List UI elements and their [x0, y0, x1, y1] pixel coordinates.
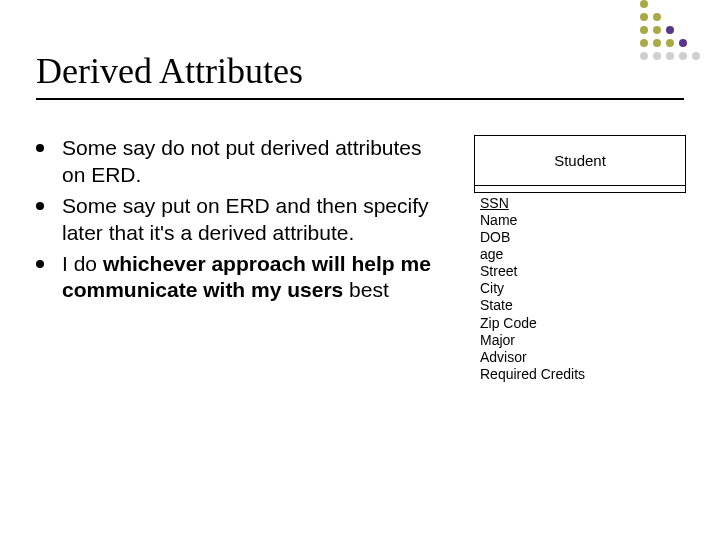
deco-dot [666, 39, 674, 47]
deco-dot [640, 26, 648, 34]
deco-dot [653, 39, 661, 47]
dot-col [692, 0, 700, 60]
entity-divider [475, 185, 685, 192]
deco-dot [679, 39, 687, 47]
slide-title: Derived Attributes [36, 50, 684, 100]
bullet-item: I do whichever approach will help me com… [36, 251, 450, 305]
bullet-text: Some say put on ERD and then specify lat… [62, 193, 450, 247]
deco-dot [653, 13, 661, 21]
entity-box: Student [474, 135, 686, 193]
entity-attributes: SSN NameDOBageStreetCityStateZip CodeMaj… [474, 193, 684, 383]
deco-dot [692, 52, 700, 60]
entity-attribute: Required Credits [480, 366, 684, 383]
bullet-marker-icon [36, 260, 44, 268]
entity-attribute: Name [480, 212, 684, 229]
entity-primary-key: SSN [480, 195, 684, 212]
entity-attribute: Advisor [480, 349, 684, 366]
entity-diagram: Student SSN NameDOBageStreetCityStateZip… [474, 135, 684, 383]
entity-attribute: Zip Code [480, 315, 684, 332]
entity-attribute: State [480, 297, 684, 314]
deco-dot [666, 26, 674, 34]
bullet-marker-icon [36, 202, 44, 210]
bullet-item: Some say do not put derived attributes o… [36, 135, 450, 189]
deco-dot [640, 13, 648, 21]
bullet-marker-icon [36, 144, 44, 152]
entity-attribute: Major [480, 332, 684, 349]
bullet-text: Some say do not put derived attributes o… [62, 135, 450, 189]
bullet-text: I do whichever approach will help me com… [62, 251, 450, 305]
bullet-item: Some say put on ERD and then specify lat… [36, 193, 450, 247]
entity-attribute: DOB [480, 229, 684, 246]
deco-dot [653, 26, 661, 34]
entity-attribute: age [480, 246, 684, 263]
deco-dot [640, 39, 648, 47]
entity-name: Student [475, 136, 685, 185]
slide-body: Some say do not put derived attributes o… [36, 135, 684, 383]
deco-dot [640, 0, 648, 8]
entity-attribute: City [480, 280, 684, 297]
entity-attribute: Street [480, 263, 684, 280]
bullet-list: Some say do not put derived attributes o… [36, 135, 450, 308]
